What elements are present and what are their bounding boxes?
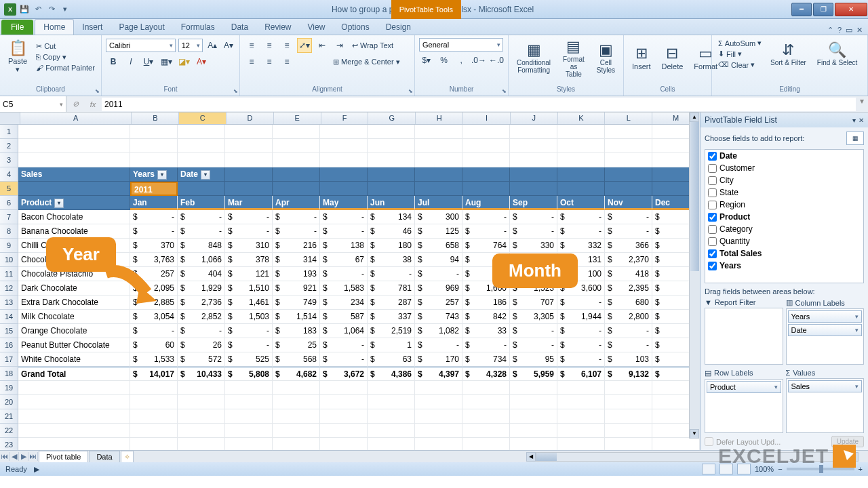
cell[interactable] [225,125,273,139]
row-header[interactable]: 22 [0,424,18,438]
cell[interactable] [225,153,273,167]
row-header[interactable]: 9 [0,239,18,253]
dialog-launcher-icon[interactable]: ⬊ [95,88,100,94]
cell[interactable]: $1,514 [273,310,320,324]
cell[interactable]: $103 [605,352,652,367]
cell[interactable]: $186 [462,296,510,310]
tab-formulas[interactable]: Formulas [173,20,223,35]
cell[interactable] [462,167,510,182]
area-rows-dropzone[interactable]: Product [705,379,783,434]
cell[interactable] [510,125,557,139]
cell[interactable]: $1,064 [320,324,368,338]
cell[interactable]: $216 [273,239,320,253]
cell[interactable]: $- [178,324,225,338]
field-item[interactable]: Category [705,223,863,235]
fill-color-button[interactable]: ◪▾ [176,54,191,69]
area-item[interactable]: Date [788,324,863,336]
cell[interactable] [178,125,225,139]
font-name-select[interactable]: Calibri [106,39,176,52]
normal-view-icon[interactable] [702,464,715,474]
cell[interactable] [462,395,510,409]
cell[interactable]: $1,082 [415,324,462,338]
cell[interactable]: $734 [462,352,510,367]
cell[interactable]: $- [415,267,462,281]
cell[interactable]: May [320,196,368,210]
cell[interactable] [273,409,320,424]
cell[interactable]: $- [130,224,178,239]
cell[interactable]: $2,519 [368,324,415,338]
row-header[interactable]: 20 [0,395,18,409]
cell[interactable] [18,381,130,395]
cell[interactable]: $ 4,386 [368,367,415,381]
cell[interactable]: $314 [273,253,320,267]
field-checkbox[interactable] [708,237,717,246]
increase-font-icon[interactable]: A▴ [205,38,219,53]
cell[interactable]: $- [557,352,605,367]
cell[interactable] [415,167,462,182]
cell[interactable]: $- [320,338,368,352]
cell[interactable]: Years▾ [130,167,178,182]
row-header[interactable]: 4 [0,167,18,182]
cell[interactable] [510,381,557,395]
align-bottom-icon[interactable]: ≡ [279,38,294,53]
font-size-select[interactable]: 12 [178,39,203,52]
cell[interactable] [462,424,510,438]
cell[interactable] [510,424,557,438]
cell[interactable] [510,153,557,167]
defer-checkbox[interactable] [705,437,713,446]
fill-button[interactable]: ⬇Fill▾ [716,49,764,59]
cell[interactable]: $378 [225,253,273,267]
cell[interactable]: $707 [510,296,557,310]
cell[interactable]: $26 [178,338,225,352]
cell[interactable]: Aug [462,196,510,210]
cell[interactable] [178,153,225,167]
dialog-launcher-icon[interactable]: ⬊ [502,88,507,94]
cell[interactable] [368,424,415,438]
cell[interactable] [462,182,510,196]
cell[interactable]: $- [320,224,368,239]
row-header[interactable]: 16 [0,338,18,352]
cell[interactable]: $- [605,210,652,224]
row-header[interactable]: 12 [0,281,18,296]
vertical-scrollbar[interactable]: ▲ ▼ [689,113,700,439]
scroll-up-icon[interactable]: ▲ [690,113,699,122]
cell[interactable]: $969 [415,281,462,296]
cell[interactable] [510,438,557,450]
cell[interactable] [130,424,178,438]
cell[interactable] [368,167,415,182]
cell[interactable] [18,153,130,167]
cell[interactable]: $- [225,224,273,239]
row-header[interactable]: 23 [0,438,18,450]
row-header[interactable]: 11 [0,267,18,281]
tab-options[interactable]: Options [333,20,377,35]
field-checkbox[interactable] [708,262,717,270]
cell[interactable] [605,395,652,409]
cell[interactable]: Dark Chocolate [18,281,130,296]
row-header[interactable]: 15 [0,324,18,338]
scroll-down-icon[interactable]: ▼ [690,429,699,439]
cell[interactable] [605,167,652,182]
cell[interactable] [273,167,320,182]
cell[interactable] [415,381,462,395]
cell[interactable]: $138 [320,239,368,253]
cell[interactable]: $60 [130,338,178,352]
cell[interactable]: $- [462,224,510,239]
number-format-select[interactable]: General [419,38,503,52]
cell[interactable] [462,438,510,450]
cell[interactable]: $3,763 [130,253,178,267]
cell[interactable] [178,139,225,153]
increase-decimal-icon[interactable]: .0→ [471,53,486,68]
cell[interactable] [273,381,320,395]
cell[interactable] [557,167,605,182]
cell[interactable]: $25 [273,338,320,352]
cell[interactable]: $63 [368,352,415,367]
cell[interactable]: $781 [368,281,415,296]
tab-review[interactable]: Review [256,20,299,35]
cell[interactable]: Jun [368,196,415,210]
cell[interactable]: $- [320,352,368,367]
sheet-tab-data[interactable]: Data [89,451,119,462]
row-header[interactable]: 6 [0,196,18,210]
cell[interactable]: $764 [462,239,510,253]
italic-button[interactable]: I [123,54,138,69]
cell[interactable] [605,438,652,450]
